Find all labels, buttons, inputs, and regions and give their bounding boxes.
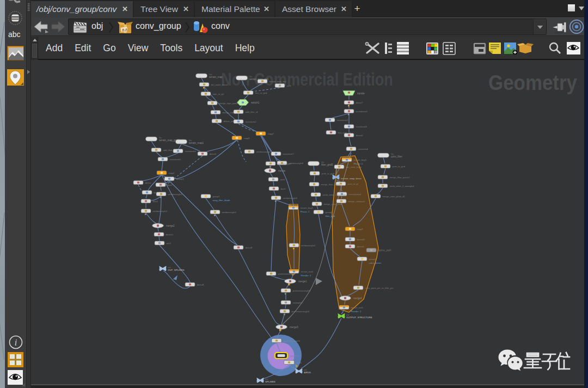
svg-text:detno7: detno7 bbox=[356, 101, 363, 104]
svg-text:spline_path: spline_path bbox=[378, 249, 391, 252]
svg-text:bound1: bound1 bbox=[176, 178, 185, 180]
svg-text:transform2: transform2 bbox=[246, 120, 257, 123]
svg-text:ARGS: ARGS bbox=[304, 371, 311, 374]
svg-text:prim_to_grid: prim_to_grid bbox=[322, 172, 335, 175]
svg-text:prim_to_grid: prim_to_grid bbox=[393, 165, 406, 168]
svg-text:...: ... bbox=[179, 141, 181, 143]
svg-text:conv_paint_pts_to_filter_pts: conv_paint_pts_to_filter_pts bbox=[365, 287, 394, 289]
svg-text:i: i bbox=[15, 338, 17, 347]
svg-text:...: ... bbox=[311, 162, 314, 165]
svg-text:split1: split1 bbox=[296, 361, 302, 364]
svg-text:det_color_base: det_color_base bbox=[346, 166, 362, 168]
svg-text:merge2: merge2 bbox=[166, 225, 175, 227]
svg-text:merge_tops_patch: merge_tops_patch bbox=[219, 102, 238, 105]
svg-text:detno: detno bbox=[145, 181, 151, 184]
svg-text:terrain_map_base: terrain_map_base bbox=[341, 177, 362, 180]
svg-text:attribwrangle5: attribwrangle5 bbox=[222, 211, 237, 214]
svg-text:switch1: switch1 bbox=[251, 101, 260, 104]
svg-text:transform7: transform7 bbox=[283, 153, 295, 155]
svg-text:dirt_water_bevel: dirt_water_bevel bbox=[211, 83, 228, 86]
svg-text:attribwrangle2: attribwrangle2 bbox=[256, 150, 271, 153]
svg-text:gsplinewrangle5: gsplinewrangle5 bbox=[284, 340, 301, 342]
svg-text:terrain_out6: terrain_out6 bbox=[301, 270, 314, 273]
svg-text:converted: converted bbox=[358, 148, 369, 150]
svg-text:copy3: copy3 bbox=[357, 228, 364, 231]
svg-text:filter_grid5: filter_grid5 bbox=[321, 163, 333, 166]
svg-text:terrain_bng6: terrain_bng6 bbox=[301, 207, 314, 209]
svg-text:Geometry: Geometry bbox=[488, 71, 577, 94]
svg-text:merge_compack: merge_compack bbox=[348, 200, 366, 203]
svg-text:wing_filter_blade: wing_filter_blade bbox=[213, 199, 231, 202]
svg-text:transform3: transform3 bbox=[337, 119, 348, 122]
svg-text:conv_filter: conv_filter bbox=[391, 155, 402, 158]
svg-text:attr5: attr5 bbox=[287, 84, 292, 87]
svg-text:primitivewrangle: primitivewrangle bbox=[278, 272, 295, 275]
svg-text:group3: group3 bbox=[369, 258, 377, 260]
svg-text:add_filter_id: add_filter_id bbox=[246, 111, 258, 113]
svg-text:Phase: 2: Phase: 2 bbox=[301, 210, 310, 213]
svg-text:copy5: copy5 bbox=[244, 137, 250, 140]
svg-text:filter_grid: filter_grid bbox=[326, 215, 335, 217]
svg-text:primitivewrangle3: primitivewrangle3 bbox=[293, 289, 311, 292]
svg-text:tops_to_grl: tops_to_grl bbox=[213, 93, 224, 95]
svg-text:terrain_map1: terrain_map1 bbox=[189, 142, 204, 144]
svg-text:attribwrangle3: attribwrangle3 bbox=[153, 210, 168, 213]
svg-text:terrain_out5: terrain_out5 bbox=[351, 306, 364, 309]
svg-text:attribwrangle6: attribwrangle6 bbox=[283, 197, 298, 199]
svg-text:...: ... bbox=[149, 138, 151, 141]
svg-text:terrain_map: terrain_map bbox=[209, 76, 223, 78]
svg-text:hex_to_grid: hex_to_grid bbox=[255, 92, 268, 94]
svg-text:merge_filter_patch2: merge_filter_patch2 bbox=[390, 176, 411, 179]
svg-text:merge: merge bbox=[278, 169, 285, 172]
svg-text:box1: box1 bbox=[168, 184, 173, 186]
svg-text:merge3: merge3 bbox=[290, 326, 298, 329]
svg-text:Render: 2: Render: 2 bbox=[301, 274, 311, 277]
svg-text:bound3: bound3 bbox=[357, 238, 365, 241]
svg-text:OUT_SPLINES: OUT_SPLINES bbox=[168, 269, 185, 271]
svg-text:merge4: merge4 bbox=[353, 297, 362, 300]
svg-text:detno5: detno5 bbox=[210, 153, 217, 155]
svg-text:detno9: detno9 bbox=[356, 134, 363, 137]
svg-text:group1: group1 bbox=[213, 195, 220, 198]
svg-text:conv_plates: conv_plates bbox=[369, 262, 382, 264]
svg-text:detno8: detno8 bbox=[197, 283, 204, 286]
svg-text:group4: group4 bbox=[326, 211, 333, 214]
svg-text:merge_conv_plant_d1: merge_conv_plant_d1 bbox=[383, 195, 406, 198]
svg-text:...: ... bbox=[199, 75, 201, 77]
svg-text:merge1: merge1 bbox=[298, 280, 307, 283]
svg-text:terrain_map_low: terrain_map_low bbox=[270, 80, 287, 83]
svg-text:box3: box3 bbox=[153, 200, 158, 203]
svg-text:...: ... bbox=[381, 154, 383, 157]
svg-text:prim_to_pt: prim_to_pt bbox=[348, 183, 359, 185]
svg-text:merge_conv_plant: merge_conv_plant bbox=[324, 203, 343, 205]
svg-text:box5: box5 bbox=[281, 187, 286, 190]
svg-text:selected: selected bbox=[290, 355, 299, 357]
svg-text:detno8: detno8 bbox=[246, 246, 253, 249]
svg-text:merge_filter_patch: merge_filter_patch bbox=[321, 183, 340, 186]
svg-text:wishdetno3: wishdetno3 bbox=[356, 110, 368, 113]
svg-text:primitivewrangle4: primitivewrangle4 bbox=[292, 310, 310, 313]
svg-text:Phase: 2: Phase: 2 bbox=[354, 162, 364, 165]
svg-text:transformed: transformed bbox=[349, 193, 362, 196]
svg-text:terrain_bng5: terrain_bng5 bbox=[354, 159, 367, 161]
svg-text:copy2: copy2 bbox=[268, 132, 274, 135]
svg-text:attribwrangle4: attribwrangle4 bbox=[301, 244, 316, 247]
svg-text:transform8: transform8 bbox=[356, 125, 367, 128]
svg-text:delete1: delete1 bbox=[166, 233, 174, 236]
svg-text:attrib_other_2_wrangle4: attrib_other_2_wrangle4 bbox=[390, 185, 415, 187]
svg-text:copy1: copy1 bbox=[169, 172, 175, 174]
svg-text:attribwrangle7: attribwrangle7 bbox=[278, 162, 292, 165]
svg-text:topsde: topsde bbox=[357, 92, 365, 95]
svg-text:transform4: transform4 bbox=[185, 150, 197, 153]
svg-text:Render: 2: Render: 2 bbox=[351, 310, 362, 313]
svg-text:attribwrangle1: attribwrangle1 bbox=[168, 193, 183, 196]
svg-text:OUTPUT_STRUCTURE: OUTPUT_STRUCTURE bbox=[346, 316, 372, 319]
svg-text:attr2: attr2 bbox=[167, 242, 171, 245]
svg-text:SPLINES: SPLINES bbox=[265, 380, 275, 383]
svg-text:attrib_other_2_wrangle: attrib_other_2_wrangle bbox=[323, 193, 347, 196]
svg-text:...: ... bbox=[240, 77, 242, 80]
svg-text:example2: example2 bbox=[293, 301, 303, 304]
svg-text:detno3: detno3 bbox=[357, 245, 364, 248]
svg-text:attr6: attr6 bbox=[280, 178, 285, 181]
svg-text:transform5: transform5 bbox=[170, 158, 181, 161]
